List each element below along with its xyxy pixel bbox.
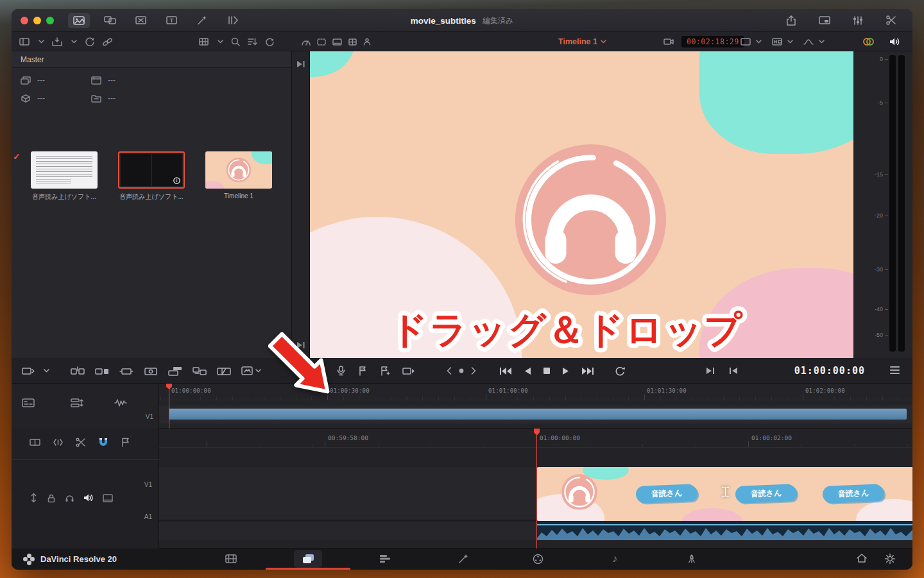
close-button[interactable] <box>21 17 28 24</box>
step-back-icon[interactable] <box>447 367 452 375</box>
stop-icon[interactable] <box>543 367 551 375</box>
media-clip-document[interactable]: 音声読み上げソフト... <box>31 151 98 201</box>
video-viewer[interactable]: ドラッグ＆ドロップ <box>310 51 853 358</box>
monitor-icon[interactable] <box>740 38 751 46</box>
chevron-down-icon[interactable] <box>218 40 223 44</box>
people-detect-icon[interactable] <box>363 38 371 46</box>
breadcrumb[interactable]: Master <box>12 51 291 68</box>
magic-wand-icon[interactable] <box>191 13 213 28</box>
page-color[interactable] <box>524 550 552 568</box>
track-height-icon[interactable] <box>71 398 83 408</box>
menu-icon[interactable] <box>890 366 900 374</box>
subtitle-track-icon[interactable] <box>22 398 35 408</box>
chevron-down-icon[interactable] <box>819 40 825 44</box>
chevron-down-icon[interactable] <box>756 40 762 44</box>
media-pool-icon[interactable] <box>68 13 90 28</box>
info-icon[interactable] <box>173 177 180 184</box>
export-share-icon[interactable] <box>780 13 802 28</box>
edit-mode-dropdown[interactable] <box>22 358 49 384</box>
loop-icon[interactable] <box>615 366 626 376</box>
thumbnail-view-icon[interactable] <box>199 38 209 46</box>
subtitle-chip[interactable]: 音読さん <box>635 484 697 504</box>
subtitle-chip[interactable]: 音読さん <box>735 484 797 504</box>
dual-viewer-icon[interactable] <box>99 13 121 28</box>
timeline-selector-label[interactable]: Timeline 1 <box>558 37 597 46</box>
dashed-selection-icon[interactable] <box>317 38 326 46</box>
transition-icon[interactable] <box>217 366 231 376</box>
chevron-down-icon[interactable] <box>71 40 77 44</box>
page-fairlight[interactable]: ♪ <box>601 550 629 568</box>
go-to-end-icon[interactable] <box>706 367 715 375</box>
audio-clip[interactable] <box>536 522 912 540</box>
video-track-v1[interactable]: 音読さん 音読さん 音読さん <box>159 467 912 521</box>
text-tool-icon[interactable]: T <box>160 13 182 28</box>
boring-detector-icon[interactable] <box>402 366 415 376</box>
step-forward-icon[interactable] <box>471 367 476 375</box>
current-frame-dot-icon[interactable] <box>458 368 465 374</box>
home-icon[interactable] <box>856 553 868 563</box>
page-edit[interactable] <box>371 550 399 568</box>
tools-dropdown-icon[interactable] <box>241 366 261 375</box>
color-pipeline-icon[interactable] <box>862 32 874 51</box>
import-media-icon[interactable] <box>52 37 62 46</box>
ripple-overwrite-icon[interactable] <box>119 366 133 376</box>
transition-tool-icon[interactable] <box>222 13 244 28</box>
camera-icon[interactable] <box>663 38 674 46</box>
media-clip-video-selected[interactable]: 音声読み上げソフト... <box>118 151 185 201</box>
snapping-magnet-icon[interactable] <box>98 438 108 447</box>
video-clip[interactable]: 音読さん 音読さん 音読さん <box>536 467 912 521</box>
minimize-button[interactable] <box>33 17 41 24</box>
play-to-marker-icon[interactable] <box>296 60 305 68</box>
waveform-view-icon[interactable] <box>114 398 127 408</box>
speed-icon[interactable] <box>302 38 311 46</box>
sort-icon[interactable] <box>248 38 257 46</box>
poi-add-marker-icon[interactable] <box>379 366 391 376</box>
settings-gear-icon[interactable] <box>884 553 896 565</box>
media-clip-timeline[interactable]: ✓ Timeline 1 <box>205 151 272 201</box>
resize-tool-icon[interactable] <box>130 13 151 28</box>
skip-forward-icon[interactable] <box>581 367 594 375</box>
place-on-top-icon[interactable] <box>168 366 182 376</box>
detail-playhead[interactable] <box>536 429 537 548</box>
zoom-button[interactable] <box>46 17 54 24</box>
audio-monitor-speaker-icon[interactable] <box>889 32 900 51</box>
subtitle-icon[interactable] <box>332 38 342 46</box>
picture-in-picture-icon[interactable] <box>814 13 835 28</box>
mixer-sliders-icon[interactable] <box>847 13 869 28</box>
poi-marker-icon[interactable]: POI <box>357 366 368 376</box>
track-resize-icon[interactable] <box>30 493 38 503</box>
source-overwrite-icon[interactable] <box>193 366 207 376</box>
page-cut[interactable] <box>294 550 322 568</box>
smart-insert-icon[interactable] <box>71 366 85 376</box>
scissors-icon[interactable] <box>880 13 902 28</box>
page-fusion[interactable] <box>449 550 477 568</box>
retime-curve-icon[interactable] <box>803 38 814 46</box>
timeline-selector[interactable]: Timeline 1 <box>558 32 606 51</box>
timeline-detail-body[interactable]: 00:59:58:00 01:00:00:00 01:00:02:00 <box>159 429 912 548</box>
razor-icon[interactable] <box>76 438 86 447</box>
page-media[interactable] <box>217 550 245 568</box>
speaker-icon[interactable] <box>83 493 94 502</box>
page-deliver[interactable] <box>678 550 706 568</box>
play-icon[interactable] <box>562 367 570 375</box>
chevron-down-icon[interactable] <box>787 40 793 44</box>
dynamic-trim-icon[interactable] <box>53 438 64 447</box>
lock-icon[interactable] <box>47 493 56 503</box>
play-reverse-icon[interactable] <box>524 367 531 375</box>
search-icon[interactable] <box>231 37 240 46</box>
go-to-start-icon[interactable] <box>729 367 738 375</box>
append-icon[interactable] <box>95 366 109 376</box>
trim-mode-icon[interactable] <box>30 438 40 447</box>
marker-flag-icon[interactable] <box>121 438 130 447</box>
filmstrip-icon[interactable] <box>103 494 113 502</box>
refresh-icon[interactable] <box>265 38 274 46</box>
multicam-grid-icon[interactable] <box>348 38 357 46</box>
close-up-icon[interactable] <box>144 366 158 376</box>
overview-clip[interactable] <box>169 409 907 420</box>
sidebar-toggle-icon[interactable] <box>19 38 30 46</box>
overview-playhead[interactable] <box>169 384 169 429</box>
subtitle-chip[interactable]: 音読さん <box>822 484 884 504</box>
audio-track-a1[interactable] <box>159 522 912 540</box>
link-clips-icon[interactable] <box>102 38 113 46</box>
quality-icon[interactable] <box>772 38 782 46</box>
